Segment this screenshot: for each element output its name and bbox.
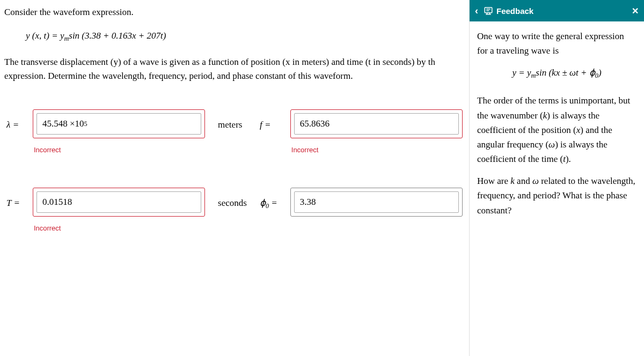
lambda-unit: meters [218, 109, 247, 132]
back-icon[interactable]: ‹ [475, 5, 478, 17]
period-input-wrap [33, 188, 205, 217]
phi0-input[interactable] [294, 191, 459, 213]
f-input-wrap [290, 109, 463, 138]
question-panel: Consider the waveform expression. y (x, … [0, 0, 467, 239]
f-input[interactable] [294, 113, 459, 135]
period-status: Incorrect [34, 223, 205, 234]
period-cell: Incorrect [33, 188, 205, 234]
feedback-p3: How are k and ω related to the wavelengt… [477, 174, 636, 218]
close-icon[interactable]: ✕ [632, 6, 639, 16]
lambda-cell: 45.548 ×105 Incorrect [33, 109, 205, 155]
answers-grid: λ = 45.548 ×105 Incorrect meters f = Inc… [4, 109, 463, 233]
f-label: f = [260, 109, 277, 132]
feedback-icon [484, 6, 493, 16]
feedback-title: Feedback [496, 6, 533, 16]
phi0-cell [290, 188, 463, 217]
feedback-body: One way to write the general expression … [470, 21, 644, 233]
feedback-p1: One way to write the general expression … [477, 29, 636, 58]
f-status: Incorrect [291, 145, 463, 155]
svg-rect-0 [485, 8, 492, 13]
f-cell: Incorrect [290, 109, 463, 155]
period-unit: seconds [218, 188, 247, 210]
lambda-label: λ = [6, 109, 20, 132]
waveform-equation: y (x, t) = ymsin (3.38 + 0.163x + 207t) [26, 29, 463, 44]
feedback-header: ‹ Feedback ✕ [470, 0, 644, 21]
question-body: The transverse displacement (y) of a wav… [4, 55, 463, 83]
feedback-p2: The order of the terms is unimportant, b… [477, 93, 636, 166]
feedback-panel: ‹ Feedback ✕ One way to write the genera… [469, 0, 644, 356]
period-input[interactable] [36, 191, 201, 213]
question-intro: Consider the waveform expression. [4, 5, 463, 19]
lambda-input-wrap: 45.548 ×105 [33, 109, 205, 138]
feedback-equation: y = ymsin (kx ± ωt + ϕ0) [477, 65, 636, 81]
phi0-label: ϕ0 = [260, 188, 277, 211]
lambda-status: Incorrect [34, 145, 205, 155]
period-label: T = [6, 188, 20, 210]
phi0-input-wrap [290, 188, 463, 217]
lambda-input[interactable]: 45.548 ×105 [36, 113, 201, 135]
